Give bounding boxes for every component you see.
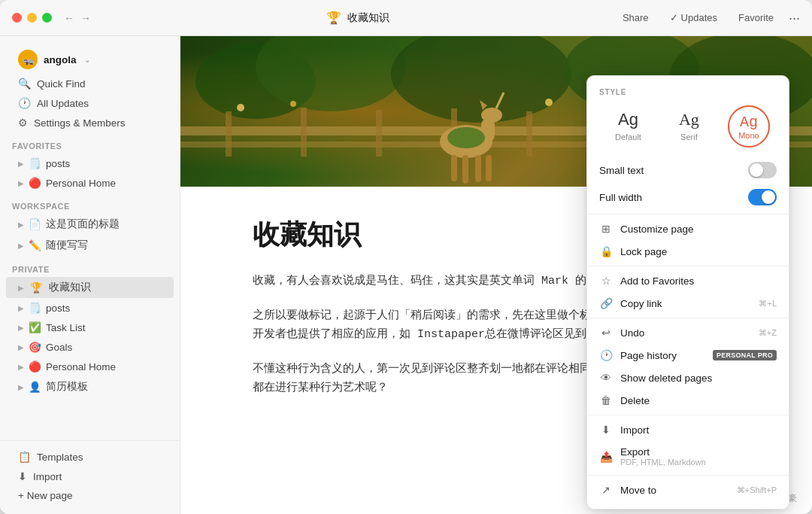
fav-label-1: Personal Home: [46, 178, 116, 189]
sidebar-item-quick-find[interactable]: 🔍 Quick Find: [6, 74, 174, 93]
minimize-button[interactable]: [27, 13, 37, 23]
menu-divider: [587, 214, 789, 214]
user-name: angola: [44, 54, 77, 65]
forward-button[interactable]: →: [80, 12, 91, 24]
arrow-icon: ▶: [18, 242, 24, 250]
menu-item-add-favorites[interactable]: ☆ Add to Favorites: [587, 269, 789, 292]
svg-rect-7: [226, 111, 232, 157]
menu-item-delete[interactable]: 🗑 Delete: [587, 389, 789, 412]
sidebar-item-private-3[interactable]: ▶ 🎯 Goals: [6, 337, 174, 357]
sidebar-item-private-1[interactable]: ▶ 🗒️ posts: [6, 298, 174, 318]
sidebar-label-quick-find: Quick Find: [37, 78, 86, 90]
sidebar-item-private-5[interactable]: ▶ 👤 简历模板: [6, 376, 174, 397]
menu-item-show-deleted[interactable]: 👁 Show deleted pages: [587, 366, 789, 389]
arrow-icon: ▶: [18, 221, 24, 229]
menu-item-move-to[interactable]: ↗ Move to ⌘+Shift+P: [587, 479, 789, 501]
svg-point-17: [481, 108, 502, 123]
style-option-default[interactable]: Ag Default: [606, 105, 650, 148]
templates-label: Templates: [37, 452, 83, 463]
back-button[interactable]: ←: [64, 12, 74, 24]
arrow-icon: ▶: [18, 324, 24, 332]
sidebar-item-private-2[interactable]: ▶ ✅ Task List: [6, 318, 174, 337]
priv-label-4: Personal Home: [46, 361, 116, 373]
svg-point-25: [237, 104, 244, 111]
main-layout: 🦡 angola ⌄ 🔍 Quick Find 🕐 All Updates ⚙ …: [0, 36, 812, 514]
sidebar-item-templates[interactable]: 📋 Templates: [6, 447, 174, 467]
menu-item-customize-page[interactable]: ⊞ Customize page: [587, 217, 789, 240]
small-text-toggle[interactable]: [748, 162, 777, 178]
sidebar-user[interactable]: 🦡 angola ⌄: [6, 45, 174, 74]
updates-label: Updates: [681, 12, 717, 23]
style-section-label: STYLE: [587, 84, 789, 102]
traffic-lights: [12, 13, 52, 23]
import-icon: ⬇: [18, 470, 27, 482]
lock-icon: 🔒: [599, 245, 613, 257]
close-button[interactable]: [12, 13, 22, 23]
link-icon: 🔗: [599, 297, 613, 309]
search-icon: 🔍: [18, 78, 31, 90]
favorite-button[interactable]: Favorite: [732, 9, 780, 26]
user-emoji: 🦡: [22, 53, 35, 65]
maximize-button[interactable]: [42, 13, 52, 23]
menu-item-undo[interactable]: ↩ Undo ⌘+Z: [587, 321, 789, 344]
style-label-serif: Serif: [680, 132, 698, 141]
more-button[interactable]: ···: [789, 11, 800, 25]
svg-point-24: [447, 127, 485, 148]
menu-item-export[interactable]: 📤 Export PDF, HTML, Markdown: [587, 441, 789, 472]
updates-button[interactable]: ✓ Updates: [664, 9, 723, 26]
sidebar-item-private-4[interactable]: ▶ 🔴 Personal Home: [6, 357, 174, 376]
sidebar-item-import[interactable]: ⬇ Import: [6, 467, 174, 486]
sidebar-item-private-0[interactable]: ▶ 🏆 收藏知识: [6, 277, 174, 298]
sidebar-item-personal-home-fav[interactable]: ▶ 🔴 Personal Home: [6, 173, 174, 193]
sidebar-item-all-updates[interactable]: 🕐 All Updates: [6, 93, 174, 113]
sidebar-item-ws-1[interactable]: ▶ ✏️ 随便写写: [6, 235, 174, 256]
app-window: ← → 🏆 收藏知识 Share ✓ Updates Favorite ··· …: [0, 0, 812, 514]
sidebar-item-settings[interactable]: ⚙ Settings & Members: [6, 113, 174, 132]
svg-rect-9: [376, 110, 382, 157]
full-width-label: Full width: [599, 192, 642, 203]
fav-emoji-0: 🗒️: [29, 157, 41, 169]
style-ag-serif: Ag: [679, 110, 699, 129]
ws-label-1: 随便写写: [46, 239, 88, 252]
share-button[interactable]: Share: [617, 9, 655, 26]
menu-item-page-history[interactable]: 🕐 Page history PERSONAL PRO: [587, 344, 789, 366]
sidebar-item-posts-fav[interactable]: ▶ 🗒️ posts: [6, 154, 174, 173]
sidebar: 🦡 angola ⌄ 🔍 Quick Find 🕐 All Updates ⚙ …: [0, 36, 180, 514]
priv-emoji-2: ✅: [29, 321, 41, 333]
arrow-icon: ▶: [18, 284, 24, 292]
full-width-toggle[interactable]: [748, 189, 777, 205]
menu-item-lock-page[interactable]: 🔒 Lock page: [587, 240, 789, 263]
menu-item-copy-link[interactable]: 🔗 Copy link ⌘+L: [587, 292, 789, 315]
arrow-icon: ▶: [18, 383, 24, 391]
nav-arrows: ← →: [64, 12, 91, 24]
arrow-icon: ▶: [18, 343, 24, 351]
page-title-text: 收藏知识: [347, 11, 389, 25]
ws-label-0: 这是页面的标题: [46, 217, 120, 231]
sidebar-item-new-page[interactable]: + New page: [6, 486, 174, 505]
templates-icon: 📋: [18, 451, 31, 463]
style-ag-mono: Ag: [740, 114, 758, 131]
sidebar-item-ws-0[interactable]: ▶ 📄 这是页面的标题: [6, 214, 174, 235]
section-private: PRIVATE: [0, 256, 180, 277]
menu-item-label: Page history: [620, 350, 677, 361]
export-icon: 📤: [599, 451, 613, 463]
style-option-mono[interactable]: Ag Mono: [728, 105, 770, 148]
menu-item-import[interactable]: ⬇ Import: [587, 418, 789, 441]
style-label-mono: Mono: [738, 131, 759, 140]
menu-item-label: Add to Favorites: [620, 275, 694, 287]
menu-divider: [587, 475, 789, 476]
svg-rect-8: [301, 108, 307, 157]
customize-icon: ⊞: [599, 223, 613, 235]
ws-emoji-0: 📄: [29, 218, 41, 230]
full-width-toggle-row: Full width: [587, 184, 789, 211]
menu-item-label: Customize page: [620, 224, 694, 235]
export-label: Export: [620, 446, 650, 458]
svg-rect-23: [486, 155, 492, 181]
gear-icon: ⚙: [18, 117, 28, 129]
svg-point-26: [290, 101, 296, 107]
shortcut: ⌘+L: [759, 299, 777, 309]
style-option-serif[interactable]: Ag Serif: [670, 105, 708, 148]
user-avatar: 🦡: [18, 50, 38, 69]
menu-item-label: Copy link: [620, 298, 662, 309]
priv-label-0: 收藏知识: [49, 281, 91, 294]
